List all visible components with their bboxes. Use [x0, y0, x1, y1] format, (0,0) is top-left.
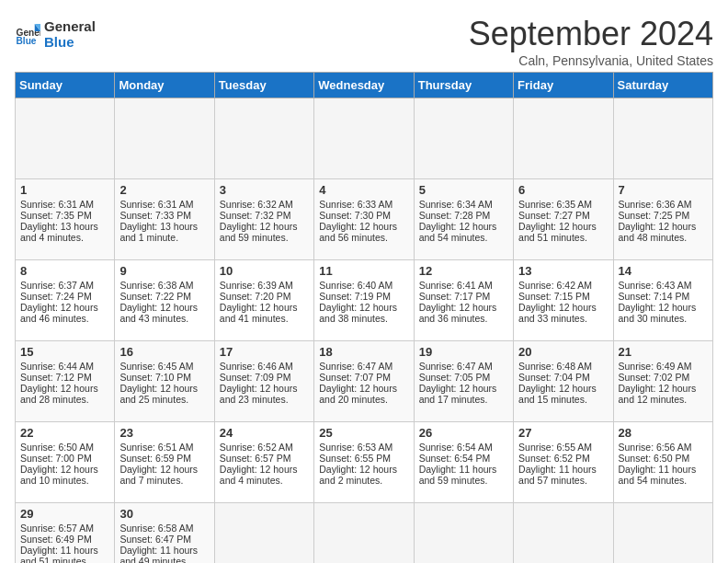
day-number: 19	[419, 345, 508, 359]
day-info: Daylight: 12 hours and 23 minutes.	[220, 383, 309, 405]
calendar-week-2: 8Sunrise: 6:37 AMSunset: 7:24 PMDaylight…	[16, 260, 713, 341]
day-info: Sunset: 7:19 PM	[319, 291, 408, 302]
day-number: 14	[619, 264, 708, 278]
calendar-week-5: 29Sunrise: 6:57 AMSunset: 6:49 PMDayligh…	[16, 503, 713, 564]
calendar-cell: 25Sunrise: 6:53 AMSunset: 6:55 PMDayligh…	[314, 422, 414, 503]
day-number: 10	[220, 264, 309, 278]
svg-text:Blue: Blue	[17, 36, 37, 46]
day-info: Daylight: 12 hours and 38 minutes.	[319, 302, 408, 324]
day-number: 9	[119, 264, 209, 278]
day-info: Daylight: 11 hours and 49 minutes.	[119, 545, 209, 563]
day-info: Daylight: 12 hours and 4 minutes.	[220, 464, 309, 486]
day-info: Sunrise: 6:53 AM	[319, 442, 408, 453]
day-info: Sunrise: 6:31 AM	[20, 199, 109, 210]
day-info: Sunset: 7:10 PM	[119, 372, 209, 383]
title-area: September 2024 Caln, Pennsylvania, Unite…	[469, 15, 713, 68]
calendar-cell	[314, 503, 414, 564]
day-number: 11	[319, 264, 408, 278]
day-info: Daylight: 12 hours and 15 minutes.	[518, 383, 608, 405]
day-info: Sunrise: 6:58 AM	[119, 523, 209, 534]
day-number: 1	[20, 183, 109, 197]
day-info: Sunrise: 6:32 AM	[220, 199, 309, 210]
day-info: Daylight: 12 hours and 28 minutes.	[20, 383, 109, 405]
calendar-cell: 24Sunrise: 6:52 AMSunset: 6:57 PMDayligh…	[214, 422, 313, 503]
day-info: Sunrise: 6:37 AM	[20, 280, 109, 291]
calendar-cell	[514, 98, 613, 179]
day-info: Sunset: 7:32 PM	[220, 210, 309, 221]
day-info: Sunrise: 6:51 AM	[119, 442, 209, 453]
day-number: 22	[20, 426, 109, 440]
day-info: Sunset: 7:33 PM	[119, 210, 209, 221]
day-info: Sunrise: 6:45 AM	[119, 361, 209, 372]
day-info: Daylight: 12 hours and 2 minutes.	[319, 464, 408, 486]
day-info: Sunrise: 6:52 AM	[220, 442, 309, 453]
calendar-cell: 21Sunrise: 6:49 AMSunset: 7:02 PMDayligh…	[613, 341, 712, 422]
day-number: 29	[20, 507, 109, 521]
day-info: Sunrise: 6:39 AM	[220, 280, 309, 291]
calendar-cell: 17Sunrise: 6:46 AMSunset: 7:09 PMDayligh…	[214, 341, 313, 422]
day-info: Sunset: 7:22 PM	[119, 291, 209, 302]
day-info: Daylight: 12 hours and 41 minutes.	[220, 302, 309, 324]
day-info: Sunrise: 6:33 AM	[319, 199, 408, 210]
calendar-cell	[514, 503, 613, 564]
logo-line1: General	[44, 18, 96, 34]
calendar-cell: 26Sunrise: 6:54 AMSunset: 6:54 PMDayligh…	[414, 422, 513, 503]
day-number: 26	[419, 426, 508, 440]
calendar-cell: 9Sunrise: 6:38 AMSunset: 7:22 PMDaylight…	[115, 260, 214, 341]
calendar-cell: 2Sunrise: 6:31 AMSunset: 7:33 PMDaylight…	[115, 179, 214, 260]
day-info: Sunrise: 6:34 AM	[419, 199, 508, 210]
calendar-cell: 27Sunrise: 6:55 AMSunset: 6:52 PMDayligh…	[514, 422, 613, 503]
day-info: Sunset: 7:27 PM	[518, 210, 608, 221]
calendar-cell: 8Sunrise: 6:37 AMSunset: 7:24 PMDaylight…	[16, 260, 115, 341]
calendar-week-4: 22Sunrise: 6:50 AMSunset: 7:00 PMDayligh…	[16, 422, 713, 503]
day-info: Daylight: 12 hours and 20 minutes.	[319, 383, 408, 405]
day-info: Daylight: 12 hours and 30 minutes.	[619, 302, 708, 324]
day-info: Daylight: 12 hours and 25 minutes.	[119, 383, 209, 405]
calendar-table: SundayMondayTuesdayWednesdayThursdayFrid…	[15, 72, 713, 563]
day-info: Daylight: 12 hours and 48 minutes.	[619, 221, 708, 243]
calendar-cell	[414, 503, 513, 564]
calendar-cell: 3Sunrise: 6:32 AMSunset: 7:32 PMDaylight…	[214, 179, 313, 260]
day-number: 15	[20, 345, 109, 359]
calendar-cell	[414, 98, 513, 179]
calendar-cell	[214, 98, 313, 179]
day-number: 13	[518, 264, 608, 278]
day-info: Sunset: 7:28 PM	[419, 210, 508, 221]
calendar-cell: 19Sunrise: 6:47 AMSunset: 7:05 PMDayligh…	[414, 341, 513, 422]
day-number: 6	[518, 183, 608, 197]
calendar-cell	[115, 98, 214, 179]
day-info: Sunrise: 6:49 AM	[619, 361, 708, 372]
day-info: Daylight: 11 hours and 54 minutes.	[619, 464, 708, 486]
logo-line2: Blue	[44, 34, 96, 50]
day-info: Sunset: 7:24 PM	[20, 291, 109, 302]
day-info: Sunrise: 6:57 AM	[20, 523, 109, 534]
header-cell-friday: Friday	[514, 73, 613, 98]
calendar-cell: 20Sunrise: 6:48 AMSunset: 7:04 PMDayligh…	[514, 341, 613, 422]
day-info: Sunset: 7:12 PM	[20, 372, 109, 383]
header-cell-thursday: Thursday	[414, 73, 513, 98]
day-info: Daylight: 12 hours and 36 minutes.	[419, 302, 508, 324]
header: General Blue General Blue September 2024…	[15, 15, 713, 68]
calendar-cell: 18Sunrise: 6:47 AMSunset: 7:07 PMDayligh…	[314, 341, 414, 422]
calendar-week-1: 1Sunrise: 6:31 AMSunset: 7:35 PMDaylight…	[16, 179, 713, 260]
calendar-cell: 28Sunrise: 6:56 AMSunset: 6:50 PMDayligh…	[613, 422, 712, 503]
day-info: Sunrise: 6:42 AM	[518, 280, 608, 291]
day-info: Sunset: 6:54 PM	[419, 453, 508, 464]
calendar-cell: 4Sunrise: 6:33 AMSunset: 7:30 PMDaylight…	[314, 179, 414, 260]
calendar-cell: 6Sunrise: 6:35 AMSunset: 7:27 PMDaylight…	[514, 179, 613, 260]
day-number: 18	[319, 345, 408, 359]
day-info: Daylight: 12 hours and 54 minutes.	[419, 221, 508, 243]
day-info: Sunset: 7:00 PM	[20, 453, 109, 464]
day-info: Sunrise: 6:54 AM	[419, 442, 508, 453]
day-info: Daylight: 12 hours and 33 minutes.	[518, 302, 608, 324]
day-number: 4	[319, 183, 408, 197]
calendar-cell: 11Sunrise: 6:40 AMSunset: 7:19 PMDayligh…	[314, 260, 414, 341]
day-info: Sunset: 7:15 PM	[518, 291, 608, 302]
day-info: Sunrise: 6:31 AM	[119, 199, 209, 210]
day-info: Sunrise: 6:41 AM	[419, 280, 508, 291]
day-info: Daylight: 12 hours and 56 minutes.	[319, 221, 408, 243]
day-number: 12	[419, 264, 508, 278]
day-number: 7	[619, 183, 708, 197]
day-number: 24	[220, 426, 309, 440]
day-info: Sunset: 7:30 PM	[319, 210, 408, 221]
